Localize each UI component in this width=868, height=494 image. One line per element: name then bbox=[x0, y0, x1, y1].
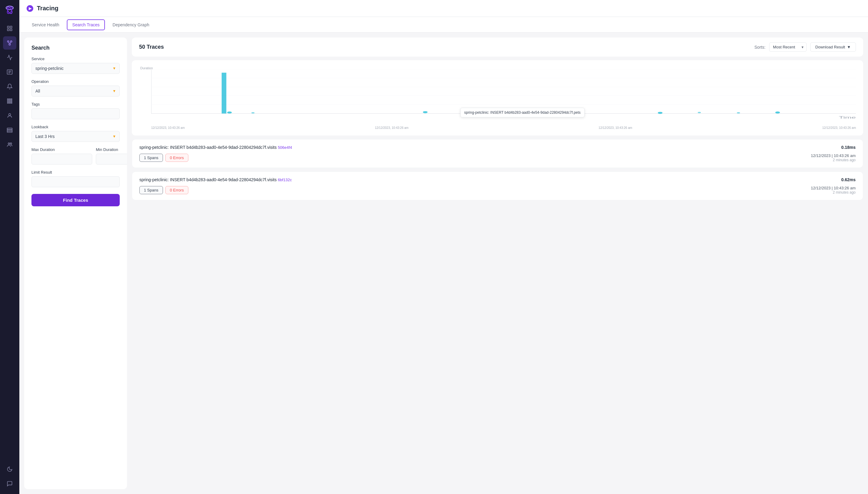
svg-rect-20 bbox=[9, 100, 10, 101]
limit-result-label: Limit Result bbox=[32, 170, 120, 174]
trace-meta-row-1: 1 Spans 0 Errors 12/12/2023 | 10:43:26 a… bbox=[139, 153, 855, 162]
trace-errors-badge-1: 0 Errors bbox=[165, 154, 189, 162]
svg-point-25 bbox=[9, 113, 11, 116]
chart-area: 15 12 9 6 3 0 bbox=[151, 69, 856, 130]
tags-label: Tags bbox=[32, 102, 120, 107]
sidebar bbox=[0, 0, 19, 494]
svg-point-9 bbox=[9, 44, 11, 45]
trace-meta-row-2: 1 Spans 0 Errors 12/12/2023 | 10:43:26 a… bbox=[139, 186, 855, 194]
svg-rect-24 bbox=[11, 102, 12, 103]
svg-point-53 bbox=[737, 112, 740, 114]
svg-point-30 bbox=[10, 143, 12, 144]
svg-line-11 bbox=[10, 42, 11, 44]
trace-spans-badge-2: 1 Spans bbox=[139, 186, 163, 194]
svg-rect-18 bbox=[11, 99, 12, 100]
limit-result-form-group: Limit Result bbox=[32, 170, 120, 187]
svg-rect-5 bbox=[7, 29, 9, 31]
sidebar-item-grid[interactable] bbox=[3, 94, 16, 108]
trace-duration-2: 0.62ms bbox=[842, 177, 855, 182]
download-result-button[interactable]: Download Result ▼ bbox=[810, 42, 856, 52]
find-traces-button[interactable]: Find Traces bbox=[32, 194, 120, 206]
page-title: Tracing bbox=[37, 5, 58, 12]
tags-form-group: Tags bbox=[32, 102, 120, 119]
sidebar-item-logs[interactable] bbox=[3, 65, 16, 79]
trace-header-row-1: spring-petclinic: INSERT b4d4b283-aad0-4… bbox=[139, 145, 855, 150]
sidebar-item-alerts[interactable] bbox=[3, 80, 16, 93]
svg-rect-55 bbox=[222, 73, 226, 113]
sort-select-wrap: Most Recent Longest First Shortest First… bbox=[769, 42, 807, 52]
app-logo[interactable] bbox=[3, 4, 16, 17]
sidebar-item-metrics[interactable] bbox=[3, 51, 16, 64]
trace-header-row-2: spring-petclinic: INSERT b4d4b283-aad0-4… bbox=[139, 177, 855, 182]
sort-select[interactable]: Most Recent Longest First Shortest First bbox=[769, 42, 807, 52]
svg-rect-6 bbox=[10, 29, 12, 31]
max-duration-label: Max Duration bbox=[32, 147, 92, 152]
svg-rect-19 bbox=[7, 100, 8, 101]
sidebar-item-user[interactable] bbox=[3, 109, 16, 122]
lookback-select-wrap: Last 1 Hr Last 3 Hrs Last 6 Hrs Last 12 … bbox=[32, 131, 120, 142]
svg-rect-21 bbox=[11, 100, 12, 101]
svg-rect-26 bbox=[7, 128, 13, 129]
sidebar-item-dashboard[interactable] bbox=[3, 22, 16, 35]
chart-tooltip: spring-petclinic: INSERT b4d4b283-aad0-4… bbox=[460, 108, 585, 117]
chart-panel: Duration 15 12 9 bbox=[132, 60, 863, 135]
svg-text:Time: Time bbox=[839, 116, 856, 119]
duration-row: Max Duration Min Duration bbox=[32, 147, 120, 165]
lookback-label: Lookback bbox=[32, 125, 120, 129]
trace-time-info-1: 12/12/2023 | 10:43:26 am 2 minutes ago bbox=[811, 153, 855, 162]
sidebar-item-chat[interactable] bbox=[3, 477, 16, 490]
nav-arrow[interactable]: ▶ bbox=[26, 5, 33, 12]
service-select-wrap: spring-petclinic frontend backend ▼ bbox=[32, 63, 120, 74]
lookback-form-group: Lookback Last 1 Hr Last 3 Hrs Last 6 Hrs… bbox=[32, 125, 120, 142]
svg-rect-4 bbox=[10, 26, 12, 28]
lookback-select[interactable]: Last 1 Hr Last 3 Hrs Last 6 Hrs Last 12 … bbox=[32, 131, 120, 142]
operation-form-group: Operation All GET POST ▼ bbox=[32, 79, 120, 96]
sidebar-item-team[interactable] bbox=[3, 138, 16, 151]
tab-search-traces[interactable]: Search Traces bbox=[67, 19, 105, 30]
search-title: Search bbox=[32, 45, 120, 51]
svg-rect-17 bbox=[9, 99, 10, 100]
header-right: Sorts: Most Recent Longest First Shortes… bbox=[754, 42, 856, 52]
max-duration-input[interactable] bbox=[32, 154, 92, 165]
trace-badges-2: 1 Spans 0 Errors bbox=[139, 186, 189, 194]
svg-point-51 bbox=[658, 112, 663, 114]
trace-datetime-1: 12/12/2023 | 10:43:26 am bbox=[811, 153, 855, 158]
trace-time-info-2: 12/12/2023 | 10:43:26 am 2 minutes ago bbox=[811, 186, 855, 194]
operation-select[interactable]: All GET POST bbox=[32, 86, 120, 96]
svg-rect-22 bbox=[7, 102, 8, 103]
svg-rect-16 bbox=[7, 99, 8, 100]
download-arrow-icon: ▼ bbox=[847, 45, 851, 49]
tab-service-health[interactable]: Service Health bbox=[26, 20, 64, 30]
operation-label: Operation bbox=[32, 79, 120, 84]
content-area: Search Service spring-petclinic frontend… bbox=[19, 33, 868, 494]
trace-name-1: spring-petclinic: INSERT b4d4b283-aad0-4… bbox=[139, 145, 292, 150]
trace-id-1: 506e4f4 bbox=[278, 145, 292, 150]
max-duration-group: Max Duration bbox=[32, 147, 92, 165]
svg-point-29 bbox=[8, 143, 10, 144]
svg-point-45 bbox=[227, 112, 232, 114]
service-label: Service bbox=[32, 57, 120, 61]
sidebar-item-storage[interactable] bbox=[3, 124, 16, 137]
sidebar-item-tracing[interactable] bbox=[3, 36, 16, 50]
trace-duration-1: 0.18ms bbox=[842, 145, 855, 150]
chart-time-2: 12/12/2023, 10:43:26 am bbox=[375, 126, 409, 130]
trace-datetime-2: 12/12/2023 | 10:43:26 am bbox=[811, 186, 855, 190]
results-panel: 50 Traces Sorts: Most Recent Longest Fir… bbox=[132, 38, 863, 489]
trace-name-2: spring-petclinic: INSERT b4d4b283-aad0-4… bbox=[139, 177, 292, 182]
service-select[interactable]: spring-petclinic frontend backend bbox=[32, 63, 120, 74]
service-form-group: Service spring-petclinic frontend backen… bbox=[32, 57, 120, 74]
trace-relative-time-2: 2 minutes ago bbox=[811, 190, 855, 194]
limit-result-input[interactable] bbox=[32, 176, 120, 187]
trace-relative-time-1: 2 minutes ago bbox=[811, 158, 855, 162]
tags-input[interactable] bbox=[32, 108, 120, 119]
trace-spans-badge-1: 1 Spans bbox=[139, 154, 163, 162]
sidebar-item-theme[interactable] bbox=[3, 462, 16, 476]
trace-item: spring-petclinic: INSERT b4d4b283-aad0-4… bbox=[132, 139, 863, 168]
svg-point-54 bbox=[775, 112, 780, 114]
min-duration-group: Min Duration bbox=[96, 147, 127, 165]
topbar: ▶ Tracing bbox=[19, 0, 868, 17]
min-duration-input[interactable] bbox=[96, 154, 127, 165]
svg-rect-27 bbox=[7, 130, 13, 131]
tab-dependency-graph[interactable]: Dependency Graph bbox=[107, 20, 154, 30]
svg-rect-23 bbox=[9, 102, 10, 103]
